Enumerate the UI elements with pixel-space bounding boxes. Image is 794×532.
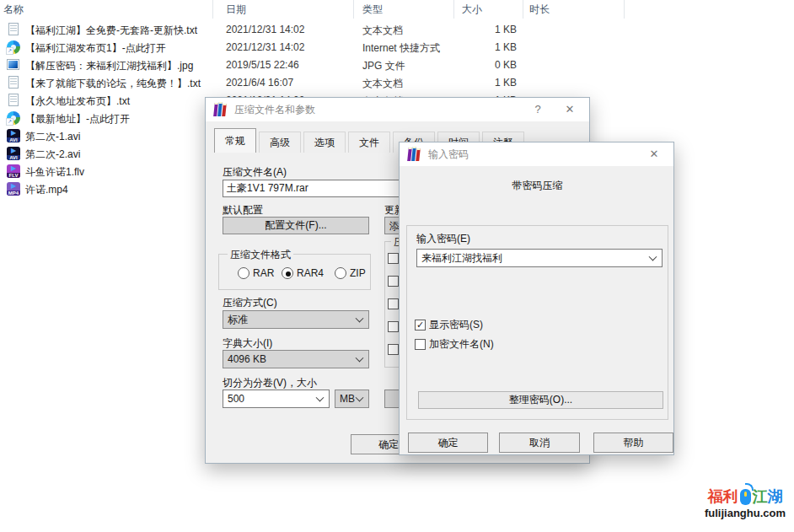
password-label: 输入密码(E)	[416, 232, 470, 246]
watermark-char: 湖	[768, 486, 783, 508]
radio-label: RAR	[253, 267, 274, 279]
profile-button[interactable]: 配置文件(F)...	[223, 217, 369, 234]
play-icon: ▶	[7, 164, 20, 173]
radio-label: RAR4	[297, 267, 324, 279]
file-name: 【最新地址】-点此打开	[25, 112, 130, 126]
password-dialog-titlebar: 输入密码 ✕	[400, 142, 673, 166]
file-date: 2019/5/15 22:46	[226, 59, 299, 71]
option-checkbox[interactable]	[388, 298, 399, 309]
archive-format-group: 压缩文件格式 RARRAR4ZIP	[218, 254, 371, 290]
mouse-icon	[740, 489, 751, 505]
chevron-down-icon	[356, 394, 364, 402]
chevron-down-icon	[356, 354, 364, 363]
file-row[interactable]: 【福利江湖】全免费-无套路-更新快.txt2021/12/31 14:02文本文…	[0, 21, 794, 39]
file-date: 2021/6/4 16:07	[226, 77, 293, 89]
split-size-combo[interactable]: 500	[223, 390, 330, 408]
password-value: 来福利江湖找福利	[421, 250, 502, 266]
radio-circle-icon	[335, 267, 346, 279]
close-icon[interactable]: ✕	[555, 98, 584, 121]
password-input[interactable]: 来福利江湖找福利	[416, 249, 663, 267]
split-unit-value: MB	[340, 390, 355, 407]
password-dialog: 输入密码 ✕ 带密码压缩 输入密码(E) 来福利江湖找福利 ✓显示密码(S)加密…	[399, 142, 674, 455]
image-file-icon	[7, 59, 19, 70]
winrar-icon	[214, 103, 228, 116]
watermark-char: 江	[753, 486, 768, 508]
radio-label: ZIP	[350, 267, 366, 279]
compression-method-value: 标准	[228, 311, 248, 328]
radio-circle-icon	[238, 267, 249, 279]
file-row[interactable]: 【福利江湖发布页1】-点此打开2021/12/31 14:02Internet …	[0, 39, 794, 56]
compression-method-label: 压缩方式(C)	[223, 296, 277, 310]
site-watermark: 福利 江湖 fulijianghu.com	[696, 486, 794, 519]
chevron-down-icon	[649, 253, 657, 261]
checkbox-label: 显示密码(S)	[429, 319, 483, 330]
tab-1[interactable]: 常规	[214, 128, 256, 153]
file-name: 第二次-2.avi	[25, 148, 80, 162]
encrypt-filenames-checkbox[interactable]	[415, 339, 426, 350]
split-size-value: 500	[228, 390, 244, 407]
dialog-title: 输入密码	[428, 142, 469, 166]
file-name: 第二次-1.avi	[25, 130, 80, 144]
archive-format-group-title: 压缩文件格式	[228, 248, 293, 262]
avi-file-icon: ▶AVI	[7, 147, 20, 160]
file-name: 斗鱼许诺1.flv	[25, 165, 84, 180]
file-date: 2021/12/31 14:02	[226, 41, 304, 53]
organize-passwords-button[interactable]: 整理密码(O)...	[418, 391, 663, 409]
option-checkbox[interactable]	[388, 321, 399, 332]
ok-button[interactable]: 确定	[408, 433, 488, 453]
option-checkbox[interactable]	[388, 344, 399, 355]
profile-label: 默认配置	[223, 203, 263, 218]
file-date: 2021/12/31 14:02	[226, 24, 304, 35]
close-icon[interactable]: ✕	[640, 142, 668, 166]
password-heading: 带密码压缩	[400, 179, 675, 193]
file-name: 【永久地址发布页】.txt	[25, 94, 130, 109]
desktop-screen: 名称日期类型大小时长 【福利江湖】全免费-无套路-更新快.txt2021/12/…	[0, 0, 794, 532]
play-icon: ▶	[7, 147, 20, 155]
mouse-wheel-icon	[744, 492, 747, 497]
show-password-checkbox[interactable]: ✓	[415, 320, 426, 330]
tab-2[interactable]: 高级	[259, 132, 301, 153]
media-format-label: AVI	[7, 155, 20, 160]
file-type: 文本文档	[362, 77, 403, 91]
help-titlebar-button[interactable]: ?	[523, 98, 552, 121]
watermark-left-chars: 福利	[708, 486, 738, 508]
tab-3[interactable]: 选项	[303, 132, 346, 153]
file-name: 许诺.mp4	[25, 183, 68, 197]
watermark-right-chars: 江湖	[753, 486, 783, 508]
file-type: Internet 快捷方式	[362, 41, 440, 56]
option-checkbox[interactable]	[388, 276, 399, 287]
text-file-icon	[8, 23, 19, 35]
chevron-down-icon	[316, 394, 325, 402]
tab-4[interactable]: 文件	[348, 132, 390, 153]
file-row[interactable]: 【解压密码：来福利江湖找福利】.jpg2019/5/15 22:46JPG 文件…	[0, 56, 794, 74]
chevron-down-icon	[356, 314, 364, 323]
dictionary-size-select[interactable]: 4096 KB	[223, 350, 369, 368]
watermark-domain: fulijianghu.com	[696, 508, 794, 519]
cancel-button[interactable]: 取消	[499, 433, 580, 453]
file-row[interactable]: 【来了就能下载的论坛，纯免费！】.txt2021/6/4 16:07文本文档1 …	[0, 74, 794, 92]
radio-circle-icon	[282, 267, 293, 279]
media-format-label: FLV	[7, 173, 20, 178]
option-checkbox[interactable]	[388, 253, 399, 264]
mp4-file-icon: ▶MP4	[7, 182, 20, 196]
compression-method-select[interactable]: 标准	[223, 310, 369, 329]
checkbox-label: 加密文件名(N)	[429, 338, 494, 350]
archive-dialog-titlebar: 压缩文件名和参数 ? ✕	[206, 98, 589, 121]
file-size: 0 KB	[453, 59, 517, 71]
play-icon: ▶	[7, 182, 20, 191]
file-size: 1 KB	[453, 41, 517, 53]
split-volumes-label: 切分为分卷(V)，大小	[223, 376, 317, 390]
help-button[interactable]: 帮助	[593, 433, 673, 453]
internet-shortcut-icon	[7, 40, 20, 54]
watermark-title: 福利 江湖	[696, 486, 794, 508]
text-file-icon	[8, 94, 19, 106]
dictionary-size-label: 字典大小(I)	[223, 336, 272, 351]
avi-file-icon: ▶AVI	[7, 129, 20, 142]
split-unit-select[interactable]: MB	[335, 390, 369, 408]
archive-name-label: 压缩文件名(A)	[223, 165, 287, 180]
file-name: 【来了就能下载的论坛，纯免费！】.txt	[25, 77, 201, 91]
media-format-label: AVI	[7, 137, 20, 142]
text-file-icon	[8, 76, 19, 89]
file-size: 1 KB	[453, 24, 517, 35]
mouse-cord-icon	[745, 483, 754, 491]
